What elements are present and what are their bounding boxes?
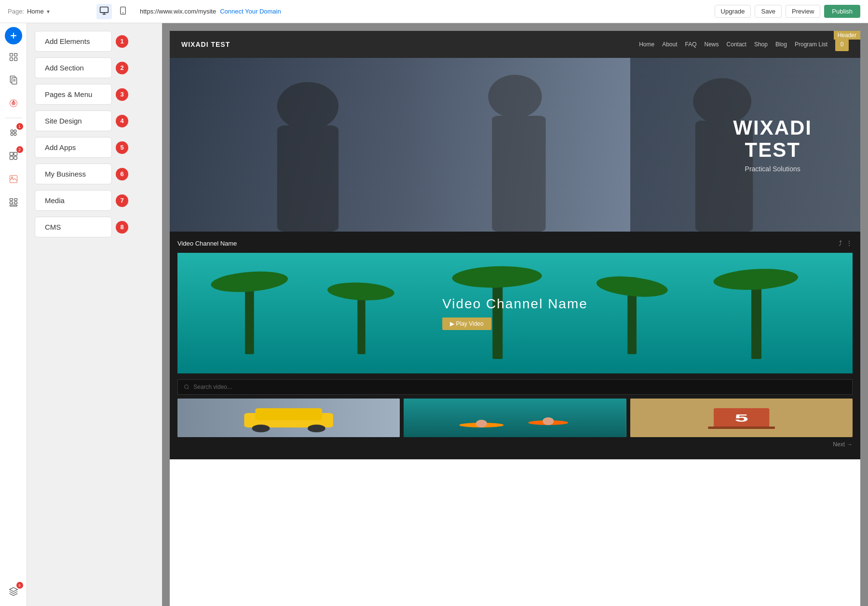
sidebar-elements-icon[interactable] bbox=[3, 46, 24, 68]
canvas-area: WIXADI TEST Home About FAQ News Contact … bbox=[162, 23, 868, 606]
site-url: https://www.wix.com/mysite bbox=[140, 8, 216, 15]
video-thumbnails: 5 bbox=[174, 399, 856, 437]
panel-item-add-section: Add Section 2 bbox=[35, 57, 154, 78]
svg-rect-23 bbox=[14, 152, 17, 156]
svg-point-19 bbox=[14, 130, 16, 132]
video-search-bar[interactable]: Search video... bbox=[177, 379, 853, 395]
cms-button[interactable]: CMS bbox=[35, 217, 112, 237]
video-overlay-text: Video Channel Name ▶ Play Video bbox=[442, 296, 588, 330]
settings-icon[interactable]: ⋮ bbox=[846, 239, 853, 247]
desktop-device-icon[interactable] bbox=[96, 4, 112, 19]
svg-rect-10 bbox=[14, 58, 17, 61]
site-preview: WIXADI TEST Home About FAQ News Contact … bbox=[170, 31, 860, 606]
pages-menu-button[interactable]: Pages & Menu bbox=[35, 84, 112, 105]
nav-shop[interactable]: Shop bbox=[754, 41, 768, 48]
video-thumb-2[interactable] bbox=[404, 399, 626, 437]
sidebar-business-icon[interactable]: 2 bbox=[3, 145, 24, 166]
video-search-container: Search video... bbox=[174, 379, 856, 395]
save-button[interactable]: Save bbox=[755, 5, 782, 18]
svg-rect-31 bbox=[14, 202, 17, 204]
header-label: Header bbox=[834, 31, 860, 40]
number-badge-1: 1 bbox=[116, 35, 128, 48]
apps-badge: 1 bbox=[16, 123, 23, 130]
add-elements-button[interactable]: Add Elements bbox=[35, 31, 112, 52]
video-player[interactable]: Video Channel Name ▶ Play Video bbox=[177, 253, 853, 373]
svg-point-17 bbox=[13, 100, 14, 102]
panel-item-site-design: Site Design 4 bbox=[35, 110, 154, 131]
number-badge-4: 4 bbox=[116, 115, 128, 127]
sidebar-design-icon[interactable] bbox=[3, 93, 24, 114]
my-business-button[interactable]: My Business bbox=[35, 164, 112, 184]
video-next[interactable]: Next → bbox=[174, 437, 856, 452]
video-thumb-3[interactable]: 5 bbox=[630, 399, 853, 437]
business-badge: 2 bbox=[16, 146, 23, 153]
share-icon[interactable]: ⤴ bbox=[839, 239, 842, 247]
site-logo: WIXADI TEST bbox=[181, 41, 230, 48]
layers-badge: 9 bbox=[16, 582, 23, 589]
svg-rect-64 bbox=[708, 427, 774, 429]
play-video-button[interactable]: ▶ Play Video bbox=[442, 317, 491, 330]
sidebar-pages-icon[interactable] bbox=[3, 69, 24, 91]
sidebar-layers-icon[interactable]: 9 bbox=[3, 581, 24, 602]
sidebar-add-button[interactable] bbox=[5, 27, 22, 44]
hero-title: WIXADITEST bbox=[733, 117, 812, 161]
add-section-button[interactable]: Add Section bbox=[35, 57, 112, 78]
media-button[interactable]: Media bbox=[35, 190, 112, 211]
upgrade-button[interactable]: Upgrade bbox=[715, 5, 751, 18]
page-selector[interactable]: Page: Home ▾ bbox=[8, 8, 85, 15]
next-label: Next bbox=[833, 441, 845, 448]
topbar: Page: Home ▾ https://www.wix.com/mysite … bbox=[0, 0, 868, 23]
mobile-device-icon[interactable] bbox=[116, 4, 130, 19]
svg-point-50 bbox=[185, 385, 189, 389]
panel-item-add-elements: Add Elements 1 bbox=[35, 31, 154, 52]
nav-news[interactable]: News bbox=[705, 41, 719, 48]
number-badge-8: 8 bbox=[116, 221, 128, 234]
panel-item-add-apps: Add Apps 5 bbox=[35, 137, 154, 158]
video-section: Video Channel Name ⤴ ⋮ bbox=[170, 232, 860, 459]
svg-rect-42 bbox=[357, 291, 365, 354]
svg-point-20 bbox=[11, 133, 13, 136]
nav-program-list[interactable]: Program List bbox=[795, 41, 827, 48]
number-badge-7: 7 bbox=[116, 194, 128, 207]
nav-contact[interactable]: Contact bbox=[727, 41, 746, 48]
number-badge-6: 6 bbox=[116, 168, 128, 180]
preview-button[interactable]: Preview bbox=[786, 5, 820, 18]
nav-blog[interactable]: Blog bbox=[775, 41, 787, 48]
hero-subtitle: Practical Solutions bbox=[733, 165, 812, 173]
svg-rect-36 bbox=[492, 116, 545, 232]
cart-icon[interactable]: 0 bbox=[835, 38, 849, 51]
svg-rect-8 bbox=[14, 54, 17, 56]
sidebar-cms-icon[interactable] bbox=[3, 192, 24, 213]
video-thumb-1[interactable] bbox=[177, 399, 400, 437]
svg-rect-7 bbox=[10, 54, 13, 56]
connect-domain-link[interactable]: Connect Your Domain bbox=[220, 8, 281, 15]
number-badge-5: 5 bbox=[116, 141, 128, 154]
number-badge-3: 3 bbox=[116, 88, 128, 101]
svg-text:5: 5 bbox=[734, 412, 748, 424]
panel-item-my-business: My Business 6 bbox=[35, 164, 154, 184]
svg-rect-9 bbox=[10, 58, 13, 61]
svg-rect-40 bbox=[245, 282, 254, 354]
page-dropdown-arrow[interactable]: ▾ bbox=[47, 8, 50, 15]
publish-button[interactable]: Publish bbox=[824, 5, 860, 18]
add-apps-button[interactable]: Add Apps bbox=[35, 137, 112, 158]
left-panel: Add Elements 1 Add Section 2 Pages & Men… bbox=[27, 23, 162, 606]
video-header-icons: ⤴ ⋮ bbox=[839, 239, 853, 247]
svg-point-55 bbox=[252, 425, 270, 432]
nav-home[interactable]: Home bbox=[639, 41, 654, 48]
svg-rect-28 bbox=[10, 199, 13, 201]
sidebar-apps-icon[interactable]: 1 bbox=[3, 122, 24, 143]
search-placeholder-text: Search video... bbox=[193, 384, 232, 390]
svg-rect-48 bbox=[751, 279, 761, 359]
site-design-button[interactable]: Site Design bbox=[35, 110, 112, 131]
site-nav: Home About FAQ News Contact Shop Blog Pr… bbox=[639, 38, 849, 51]
svg-rect-24 bbox=[10, 156, 13, 160]
svg-rect-34 bbox=[277, 125, 339, 232]
sidebar-media-icon[interactable] bbox=[3, 168, 24, 190]
svg-rect-29 bbox=[14, 199, 17, 201]
nav-faq[interactable]: FAQ bbox=[685, 41, 697, 48]
svg-rect-22 bbox=[10, 152, 13, 156]
svg-rect-32 bbox=[10, 205, 17, 207]
nav-about[interactable]: About bbox=[662, 41, 677, 48]
video-title: Video Channel Name bbox=[442, 296, 588, 312]
